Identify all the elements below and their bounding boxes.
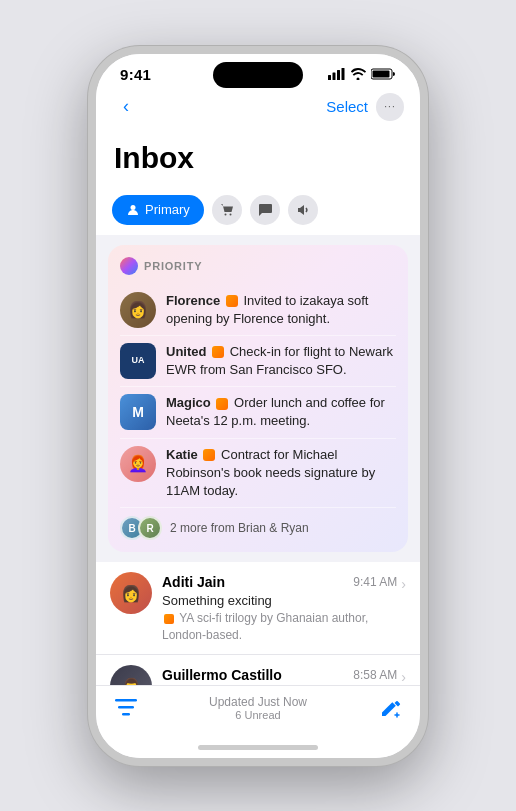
sender-name: United <box>166 344 206 359</box>
mail-top-row: Aditi Jain 9:41 AM › <box>162 572 406 592</box>
tab-primary-label: Primary <box>145 202 190 217</box>
mail-content: Guillermo Castillo 8:58 AM › Check-in Ne… <box>162 665 406 685</box>
list-filter-icon <box>115 699 137 717</box>
list-item[interactable]: M Magico Order lunch and coffee for Neet… <box>120 387 396 438</box>
mail-time: 8:58 AM <box>353 668 397 682</box>
tab-promos[interactable] <box>288 195 318 225</box>
person-icon <box>126 203 140 217</box>
ai-summary-icon <box>203 449 215 461</box>
avatar-katie: 👩‍🦰 <box>120 446 156 482</box>
svg-rect-5 <box>373 71 390 78</box>
mail-list: 👩 Aditi Jain 9:41 AM › Something excitin… <box>96 562 420 684</box>
ai-summary-icon <box>216 398 228 410</box>
svg-rect-9 <box>115 699 137 702</box>
compose-button[interactable] <box>376 694 404 722</box>
filter-tabs: Primary <box>96 187 420 235</box>
compose-icon <box>379 697 401 719</box>
cart-icon <box>219 202 235 218</box>
status-time: 9:41 <box>120 66 151 83</box>
avatar-florence: 👩 <box>120 292 156 328</box>
list-item[interactable]: UA United Check-in for flight to Newark … <box>120 336 396 387</box>
battery-icon <box>371 68 396 80</box>
mail-sender: Guillermo Castillo <box>162 667 282 683</box>
content-area: Inbox Primary <box>96 129 420 685</box>
nav-actions: Select ··· <box>326 93 404 121</box>
wifi-icon <box>350 68 366 80</box>
sender-name: Magico <box>166 395 211 410</box>
ai-summary-icon <box>226 295 238 307</box>
more-avatars: B R <box>120 516 162 540</box>
bubble-icon <box>257 202 273 218</box>
ai-summary-icon <box>212 346 224 358</box>
svg-point-7 <box>224 213 226 215</box>
tab-shopping[interactable] <box>212 195 242 225</box>
avatar-united: UA <box>120 343 156 379</box>
svg-point-6 <box>131 205 136 210</box>
inbox-title: Inbox <box>96 133 420 187</box>
tab-updates[interactable] <box>250 195 280 225</box>
signal-icon <box>328 68 345 80</box>
table-row[interactable]: 👩 Aditi Jain 9:41 AM › Something excitin… <box>96 562 420 655</box>
status-icons <box>328 68 396 80</box>
mail-subject: Something exciting <box>162 593 406 608</box>
avatar-guillermo: 👨 <box>110 665 152 685</box>
table-row[interactable]: 👨 Guillermo Castillo 8:58 AM › Check-in <box>96 655 420 685</box>
bottom-status: Updated Just Now 6 Unread <box>209 695 307 721</box>
sender-name: Florence <box>166 293 220 308</box>
svg-rect-11 <box>122 713 130 716</box>
avatar-aditi: 👩 <box>110 572 152 614</box>
megaphone-icon <box>295 202 311 218</box>
mail-preview: YA sci-fi trilogy by Ghanaian author, Lo… <box>162 610 406 644</box>
nav-bar: ‹ Select ··· <box>96 87 420 129</box>
mail-sender: Aditi Jain <box>162 574 225 590</box>
bottom-bar: Updated Just Now 6 Unread <box>96 685 420 738</box>
dynamic-island <box>213 62 303 88</box>
unread-text: 6 Unread <box>209 709 307 721</box>
avatar-ryan: R <box>138 516 162 540</box>
sender-name: Katie <box>166 447 198 462</box>
priority-gem-icon <box>120 257 138 275</box>
svg-rect-0 <box>328 75 331 80</box>
priority-item-text: Magico Order lunch and coffee for Neeta'… <box>166 394 396 430</box>
mail-time: 9:41 AM <box>353 575 397 589</box>
tab-primary[interactable]: Primary <box>112 195 204 225</box>
chevron-right-icon: › <box>401 576 406 592</box>
updated-text: Updated Just Now <box>209 695 307 709</box>
priority-item-text: United Check-in for flight to Newark EWR… <box>166 343 396 379</box>
back-button[interactable]: ‹ <box>112 93 140 121</box>
list-item[interactable]: 👩 Florence Invited to izakaya soft openi… <box>120 285 396 336</box>
svg-rect-1 <box>333 73 336 81</box>
priority-header: PRIORITY <box>120 257 396 275</box>
priority-section: PRIORITY 👩 Florence Invited to izakaya s… <box>108 245 408 553</box>
more-text: 2 more from Brian & Ryan <box>170 521 309 535</box>
more-button[interactable]: ··· <box>376 93 404 121</box>
list-item[interactable]: 👩‍🦰 Katie Contract for Michael Robinson'… <box>120 439 396 509</box>
chevron-right-icon: › <box>401 669 406 685</box>
filter-icon[interactable] <box>112 694 140 722</box>
svg-rect-10 <box>118 706 134 709</box>
more-row[interactable]: B R 2 more from Brian & Ryan <box>120 508 396 540</box>
mail-top-row: Guillermo Castillo 8:58 AM › <box>162 665 406 685</box>
svg-point-8 <box>229 213 231 215</box>
priority-item-text: Florence Invited to izakaya soft opening… <box>166 292 396 328</box>
select-button[interactable]: Select <box>326 98 368 115</box>
status-bar: 9:41 <box>96 54 420 87</box>
ai-summary-icon <box>164 614 174 624</box>
avatar-magico: M <box>120 394 156 430</box>
priority-item-text: Katie Contract for Michael Robinson's bo… <box>166 446 396 501</box>
priority-label: PRIORITY <box>144 260 202 272</box>
mail-content: Aditi Jain 9:41 AM › Something exciting … <box>162 572 406 644</box>
home-bar <box>198 745 318 750</box>
svg-rect-3 <box>342 68 345 80</box>
home-indicator <box>96 738 420 758</box>
svg-rect-2 <box>337 70 340 80</box>
